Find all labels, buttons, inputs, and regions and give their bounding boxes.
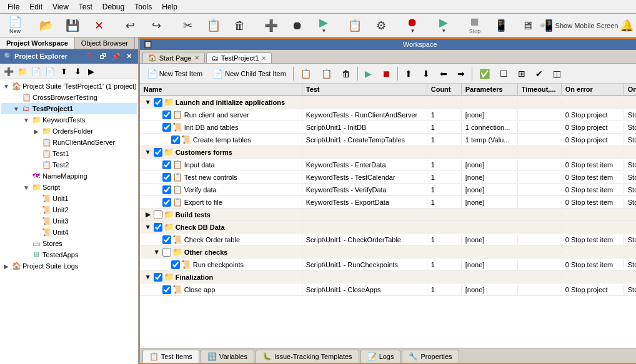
close-button[interactable]: ✕: [86, 15, 111, 36]
open-button[interactable]: 📂: [34, 15, 59, 36]
ws-copy-btn[interactable]: 📋: [296, 66, 316, 82]
row-init-db[interactable]: 📜 Init DB and tables Script\Unit1 - Init…: [140, 121, 636, 134]
save-button[interactable]: 💾: [60, 15, 85, 36]
row-verify-data[interactable]: 📋 Verify data KeywordTests - VerifyData …: [140, 184, 636, 196]
settings-btn[interactable]: ⚙: [369, 15, 394, 36]
row-create-temp[interactable]: 📜 Create temp tables Script\Unit1 - Crea…: [140, 134, 636, 146]
ws-delete-btn[interactable]: 🗑: [337, 66, 355, 82]
group-finalization-check[interactable]: [154, 273, 162, 282]
explorer-close-btn[interactable]: ✕: [124, 51, 134, 62]
menu-help[interactable]: Help: [157, 1, 182, 12]
ws-left-btn[interactable]: ⬅: [435, 66, 452, 82]
group-check-db[interactable]: ▼ 📁 Check DB Data: [140, 221, 636, 234]
tree-item-u4[interactable]: 📜 Unit4: [1, 227, 137, 238]
ws-right-btn[interactable]: ➡: [453, 66, 469, 82]
expand-logs[interactable]: ▶: [1, 261, 11, 271]
tree-item-rcs[interactable]: 📋 RunClientAndServer: [1, 137, 137, 148]
close-app-expand[interactable]: [152, 285, 161, 294]
tree-item-nm[interactable]: 🗺 NameMapping: [1, 170, 137, 182]
row-check-order[interactable]: 📜 Check Order table Script\Unit1 - Check…: [140, 234, 636, 246]
ws-up-btn[interactable]: ⬆: [400, 66, 417, 82]
ws-stop-btn[interactable]: ⏹: [377, 66, 395, 82]
group-launch-check[interactable]: [154, 98, 162, 107]
group-check-db-check[interactable]: [154, 223, 162, 232]
tree-item-u1[interactable]: 📜 Unit1: [1, 193, 137, 204]
init-db-expand[interactable]: [152, 123, 161, 132]
ws-run-btn[interactable]: ▶: [360, 66, 376, 82]
device-btn[interactable]: 🖥: [515, 15, 540, 36]
undo-button[interactable]: ↩: [117, 15, 142, 36]
row-test-controls[interactable]: 📋 Test new controls KeywordTests - TestC…: [140, 171, 636, 184]
tab-properties[interactable]: 🔧 Properties: [402, 350, 459, 363]
explorer-help-btn[interactable]: ❓: [82, 51, 96, 62]
input-data-check[interactable]: [162, 160, 171, 169]
expand-sc[interactable]: ▼: [21, 182, 31, 192]
run-client-check[interactable]: [162, 111, 171, 119]
row-input-data[interactable]: 📋 Input data KeywordTests - EnterData 1 …: [140, 159, 636, 171]
tab-logs[interactable]: 📝 Logs: [360, 350, 401, 363]
group-finalization[interactable]: ▼ 📁 Finalization: [140, 271, 636, 283]
ws-down-btn[interactable]: ⬇: [418, 66, 434, 82]
ex-add-btn[interactable]: ➕: [2, 65, 15, 77]
row-export-file[interactable]: 📋 Export to file KeywordTests - ExportDa…: [140, 196, 636, 209]
expand-t2[interactable]: [31, 160, 41, 170]
group-other-checks-expand[interactable]: ▼: [152, 248, 161, 257]
group-other-checks-check[interactable]: [162, 248, 171, 257]
record-btn[interactable]: ⏺: [285, 15, 310, 36]
expand-ta[interactable]: [21, 250, 31, 260]
tree-item-t2[interactable]: 📋 Test2: [1, 159, 137, 170]
group-other-checks[interactable]: ▼ 📁 Other checks: [140, 246, 636, 258]
tree-item-proj1[interactable]: ▼ 🗂 TestProject1: [1, 103, 137, 114]
tree-item-u2[interactable]: 📜 Unit2: [1, 204, 137, 215]
ws-all-btn[interactable]: ✔: [531, 66, 547, 82]
group-build[interactable]: ▶ 📁 Build tests: [140, 209, 636, 221]
create-temp-expand[interactable]: [161, 135, 170, 144]
menu-debug[interactable]: Debug: [97, 1, 129, 12]
input-data-expand[interactable]: [152, 160, 161, 169]
expand-cross[interactable]: [11, 92, 21, 102]
init-db-check[interactable]: [162, 123, 171, 132]
check-order-expand[interactable]: [152, 235, 161, 244]
menu-file[interactable]: File: [2, 1, 24, 12]
notification-bell[interactable]: 🔔: [620, 19, 634, 32]
ws-uncheck-btn[interactable]: ☐: [495, 66, 512, 82]
menu-view[interactable]: View: [47, 1, 74, 12]
menu-tools[interactable]: Tools: [129, 1, 157, 12]
expand-kw[interactable]: ▼: [21, 115, 31, 125]
create-temp-check[interactable]: [171, 135, 180, 144]
tab-start-page[interactable]: 🏠 Start Page ✕: [142, 52, 205, 63]
run2-btn[interactable]: ▶ ▼: [431, 15, 456, 36]
test-controls-check[interactable]: [162, 173, 171, 182]
test-controls-expand[interactable]: [152, 173, 161, 182]
expand-rcs[interactable]: [31, 137, 41, 147]
ex-add-folder-btn[interactable]: 📁: [16, 65, 29, 77]
tab-project-workspace[interactable]: Project Workspace: [0, 37, 75, 49]
tree-item-logs[interactable]: ▶ 🏠 Project Suite Logs: [1, 260, 137, 272]
group-build-check[interactable]: [154, 210, 162, 219]
tab-variables[interactable]: 🔢 Variables: [201, 350, 254, 363]
cut-button[interactable]: ✂: [175, 15, 200, 36]
tab-test-items[interactable]: 📋 Test Items: [142, 350, 199, 363]
ws-toggle-btn[interactable]: ⊞: [514, 66, 530, 82]
export-file-expand[interactable]: [152, 198, 161, 207]
group-customers-check[interactable]: [154, 148, 162, 157]
group-launch[interactable]: ▼ 📁 Launch and initialize applications: [140, 96, 636, 109]
tree-item-of[interactable]: ▶ 📁 OrdersFolder: [1, 125, 137, 137]
explorer-restore-btn[interactable]: 🗗: [97, 51, 109, 62]
tab-testproject1[interactable]: 🗂 TestProject1 ✕: [206, 52, 272, 63]
tree-item-u3[interactable]: 📜 Unit3: [1, 215, 137, 227]
ws-collapse-btn[interactable]: ◫: [549, 66, 565, 82]
new-button[interactable]: 📄 New: [2, 15, 27, 36]
tree-item-ta[interactable]: 🖥 TestedApps: [1, 249, 137, 260]
expand-proj1[interactable]: ▼: [11, 104, 21, 114]
verify-data-expand[interactable]: [152, 185, 161, 194]
mobile-spy-btn[interactable]: 📱: [489, 15, 514, 36]
tab-issue-tracking[interactable]: 🐛 Issue-Tracking Templates: [256, 350, 359, 363]
group-launch-expand[interactable]: ▼: [144, 98, 152, 107]
verify-data-check[interactable]: [162, 185, 171, 194]
expand-u3[interactable]: [31, 216, 41, 226]
expand-suite[interactable]: ▼: [1, 81, 11, 91]
group-customers[interactable]: ▼ 📁 Customers forms: [140, 146, 636, 159]
row-close-app[interactable]: 📜 Close app Script\Unit1 - CloseApps 1 […: [140, 283, 636, 296]
export-file-check[interactable]: [162, 198, 171, 207]
